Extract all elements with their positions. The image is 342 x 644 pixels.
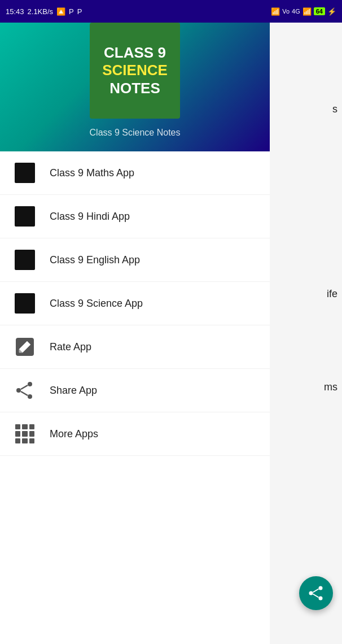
grid-dot-3 [29,424,34,429]
bg-text-ms: ms [324,381,337,393]
menu-item-more[interactable]: More Apps [0,412,270,456]
science-app-label: Class 9 Science App [50,298,143,310]
rate-app-label: Rate App [50,341,91,353]
menu-item-share[interactable]: Share App [0,369,270,412]
grid-icon [15,424,34,443]
vo-label: Vo [282,8,290,15]
more-apps-icon-container [14,423,36,445]
upload-icon: 🔼 [56,7,65,16]
grid-dot-2 [22,424,27,429]
maths-app-icon [14,162,36,184]
4g-label: 4G [292,8,300,15]
grid-dot-9 [29,438,34,443]
share-icon [15,381,34,400]
wifi-icon: 📶 [271,7,280,16]
grid-dot-5 [22,431,27,436]
menu-item-english[interactable]: Class 9 English App [0,238,270,282]
english-square-icon [15,250,35,270]
share-app-label: Share App [50,385,97,397]
drawer-header: CLASS 9 SCIENCE NOTES Class 9 Science No… [0,0,270,151]
app-subtitle: Class 9 Science Notes [90,128,181,138]
network-speed: 2.1KB/s [28,7,54,16]
hindi-app-label: Class 9 Hindi App [50,211,130,223]
grid-dot-6 [29,431,34,436]
status-bar: 15:43 2.1KB/s 🔼 P P 📶 Vo 4G 📶 64 ⚡ [0,0,342,23]
rate-icon-container [14,336,36,358]
navigation-drawer: CLASS 9 SCIENCE NOTES Class 9 Science No… [0,0,270,644]
maths-app-label: Class 9 Maths App [50,167,134,179]
battery-indicator: 64 [314,7,325,15]
menu-item-hindi[interactable]: Class 9 Hindi App [0,195,270,238]
share-icon-container [14,379,36,402]
svg-line-5 [21,391,28,395]
charging-icon: ⚡ [327,7,336,16]
grid-dot-4 [15,431,20,436]
svg-point-8 [319,597,323,601]
english-app-label: Class 9 English App [50,254,140,266]
science-square-icon [15,293,35,314]
svg-line-9 [313,589,319,593]
english-app-icon [14,249,36,271]
hindi-square-icon [15,206,35,227]
fab-share-button[interactable] [299,576,333,610]
menu-item-rate[interactable]: Rate App [0,325,270,369]
bg-text-ife: ife [327,288,337,300]
background-panel: s ife ms [270,0,342,644]
svg-point-7 [309,591,313,595]
rate-pencil-icon [15,337,35,357]
signal-icon: 📶 [302,7,312,16]
menu-item-science[interactable]: Class 9 Science App [0,282,270,325]
svg-point-6 [319,586,323,590]
svg-line-10 [313,594,319,598]
logo-line2: SCIENCE [102,62,168,79]
hindi-app-icon [14,205,36,228]
p-icon-2: P [77,7,82,16]
drawer-menu: Class 9 Maths App Class 9 Hindi App Clas… [0,151,270,644]
status-right: 📶 Vo 4G 📶 64 ⚡ [271,7,336,16]
time: 15:43 [6,7,24,16]
p-icon-1: P [69,7,74,16]
logo-line3: NOTES [109,80,160,97]
grid-dot-7 [15,438,20,443]
logo-line1: CLASS 9 [104,44,166,62]
menu-item-maths[interactable]: Class 9 Maths App [0,151,270,195]
science-app-icon [14,292,36,315]
svg-point-1 [28,382,32,386]
grid-dot-8 [22,438,27,443]
maths-square-icon [15,163,35,183]
more-apps-label: More Apps [50,428,98,440]
status-left: 15:43 2.1KB/s 🔼 P P [6,7,82,16]
svg-line-4 [21,385,28,389]
bg-text-s: s [332,103,337,115]
svg-point-3 [28,394,32,399]
svg-point-2 [16,388,21,393]
grid-dot-1 [15,424,20,429]
app-logo: CLASS 9 SCIENCE NOTES [90,23,180,119]
fab-share-icon [308,585,324,601]
